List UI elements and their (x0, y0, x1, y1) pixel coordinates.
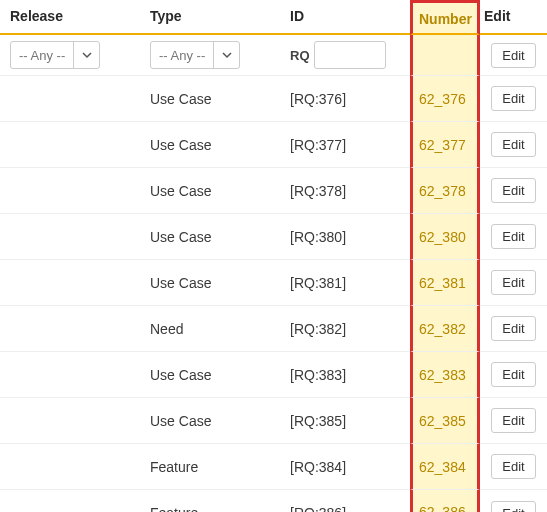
cell-type: Use Case (140, 76, 280, 122)
cell-type: Use Case (140, 398, 280, 444)
col-header-type[interactable]: Type (140, 0, 280, 35)
release-filter-select[interactable]: -- Any -- (10, 41, 100, 69)
edit-button[interactable]: Edit (491, 362, 535, 387)
filter-edit-cell: Edit (480, 35, 547, 76)
edit-button[interactable]: Edit (491, 224, 535, 249)
cell-type: Feature (140, 444, 280, 490)
cell-number: 62_386 (410, 490, 480, 512)
edit-button[interactable]: Edit (491, 132, 535, 157)
chevron-down-icon (213, 42, 239, 68)
col-header-number[interactable]: Number (410, 0, 480, 35)
id-filter-input[interactable] (314, 41, 386, 69)
cell-type: Use Case (140, 260, 280, 306)
cell-id: [RQ:377] (280, 122, 410, 168)
cell-number: 62_383 (410, 352, 480, 398)
cell-edit: Edit (480, 306, 547, 352)
cell-release (0, 76, 140, 122)
cell-edit: Edit (480, 122, 547, 168)
edit-button[interactable]: Edit (491, 316, 535, 341)
cell-type: Use Case (140, 122, 280, 168)
edit-button[interactable]: Edit (491, 43, 535, 68)
filter-id-cell: RQ (280, 35, 410, 76)
cell-release (0, 352, 140, 398)
cell-number: 62_381 (410, 260, 480, 306)
cell-number: 62_377 (410, 122, 480, 168)
cell-release (0, 490, 140, 512)
cell-id: [RQ:381] (280, 260, 410, 306)
cell-edit: Edit (480, 260, 547, 306)
filter-number-cell (410, 35, 480, 76)
edit-button[interactable]: Edit (491, 454, 535, 479)
edit-button[interactable]: Edit (491, 178, 535, 203)
cell-release (0, 306, 140, 352)
cell-id: [RQ:385] (280, 398, 410, 444)
edit-button[interactable]: Edit (491, 270, 535, 295)
cell-release (0, 398, 140, 444)
cell-edit: Edit (480, 398, 547, 444)
cell-edit: Edit (480, 214, 547, 260)
cell-release (0, 168, 140, 214)
cell-type: Use Case (140, 352, 280, 398)
cell-edit: Edit (480, 168, 547, 214)
cell-type: Use Case (140, 168, 280, 214)
cell-number: 62_382 (410, 306, 480, 352)
cell-id: [RQ:382] (280, 306, 410, 352)
cell-number: 62_378 (410, 168, 480, 214)
cell-release (0, 122, 140, 168)
cell-number: 62_384 (410, 444, 480, 490)
cell-type: Need (140, 306, 280, 352)
cell-edit: Edit (480, 76, 547, 122)
cell-id: [RQ:383] (280, 352, 410, 398)
release-filter-value: -- Any -- (11, 42, 73, 68)
cell-id: [RQ:378] (280, 168, 410, 214)
type-filter-select[interactable]: -- Any -- (150, 41, 240, 69)
cell-id: [RQ:376] (280, 76, 410, 122)
edit-button[interactable]: Edit (491, 501, 535, 513)
cell-release (0, 214, 140, 260)
cell-id: [RQ:384] (280, 444, 410, 490)
cell-edit: Edit (480, 490, 547, 512)
cell-type: Feature (140, 490, 280, 512)
cell-number: 62_380 (410, 214, 480, 260)
col-header-release[interactable]: Release (0, 0, 140, 35)
chevron-down-icon (73, 42, 99, 68)
cell-edit: Edit (480, 444, 547, 490)
cell-id: [RQ:386] (280, 490, 410, 512)
requirements-table: Release Type ID Number Edit -- Any -- --… (0, 0, 547, 512)
cell-number: 62_376 (410, 76, 480, 122)
edit-button[interactable]: Edit (491, 408, 535, 433)
cell-type: Use Case (140, 214, 280, 260)
col-header-edit: Edit (480, 0, 547, 35)
cell-release (0, 260, 140, 306)
filter-release-cell: -- Any -- (0, 35, 140, 76)
cell-edit: Edit (480, 352, 547, 398)
filter-type-cell: -- Any -- (140, 35, 280, 76)
type-filter-value: -- Any -- (151, 42, 213, 68)
cell-id: [RQ:380] (280, 214, 410, 260)
col-header-id[interactable]: ID (280, 0, 410, 35)
cell-release (0, 444, 140, 490)
edit-button[interactable]: Edit (491, 86, 535, 111)
cell-number: 62_385 (410, 398, 480, 444)
id-prefix-label: RQ (290, 48, 310, 63)
